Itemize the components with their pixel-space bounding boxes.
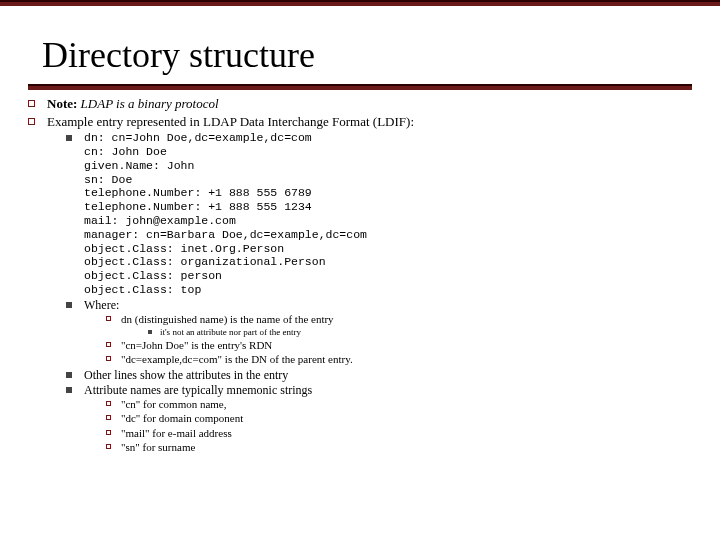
bullet-text: dn (distinguished name) is the name of t… [121,313,334,326]
bullet-where: Where: [66,298,692,312]
bullet-text: "mail" for e-mail address [121,427,232,440]
note-prefix: Note: [47,96,77,111]
open-square-bullet-icon [106,401,111,406]
bullet-text: Where: [84,298,119,312]
bullet-text: it's not an attribute nor part of the en… [160,327,301,338]
bullet-note: Note: LDAP is a binary protocol [28,96,692,112]
open-square-bullet-icon [106,444,111,449]
bullet-text: "dc" for domain component [121,412,243,425]
open-square-bullet-icon [106,342,111,347]
open-square-bullet-icon [106,356,111,361]
bullet-text: "dc=example,dc=com" is the DN of the par… [121,353,353,366]
bullet-text: Attribute names are typically mnemonic s… [84,383,312,397]
small-square-bullet-icon [66,135,72,141]
square-bullet-icon [28,100,35,107]
tiny-square-bullet-icon [148,330,152,334]
bullet-text: "sn" for surname [121,441,195,454]
ldif-code: dn: cn=John Doe,dc=example,dc=com cn: Jo… [84,131,367,297]
body-accent-bar [28,84,692,90]
bullet-dn-note: it's not an attribute nor part of the en… [148,327,692,338]
note-italic: LDAP is a binary protocol [81,96,219,111]
bullet-mnemonic: Attribute names are typically mnemonic s… [66,383,692,397]
bullet-sn: "sn" for surname [106,441,692,454]
code-block-row: dn: cn=John Doe,dc=example,dc=com cn: Jo… [66,131,692,297]
slide-body: Directory structure Note: LDAP is a bina… [0,6,720,469]
bullet-text: Other lines show the attributes in the e… [84,368,288,382]
small-square-bullet-icon [66,302,72,308]
bullet-parent-dn: "dc=example,dc=com" is the DN of the par… [106,353,692,366]
bullet-cn: "cn" for common name, [106,398,692,411]
bullet-text: Example entry represented in LDAP Data I… [47,114,414,130]
bullet-dc: "dc" for domain component [106,412,692,425]
slide-title: Directory structure [42,34,692,76]
small-square-bullet-icon [66,387,72,393]
content-area: Note: LDAP is a binary protocol Example … [28,96,692,454]
small-square-bullet-icon [66,372,72,378]
square-bullet-icon [28,118,35,125]
bullet-text: Note: LDAP is a binary protocol [47,96,219,112]
open-square-bullet-icon [106,430,111,435]
bullet-mail: "mail" for e-mail address [106,427,692,440]
bullet-text: "cn=John Doe" is the entry's RDN [121,339,272,352]
open-square-bullet-icon [106,316,111,321]
open-square-bullet-icon [106,415,111,420]
bullet-rdn: "cn=John Doe" is the entry's RDN [106,339,692,352]
bullet-other-lines: Other lines show the attributes in the e… [66,368,692,382]
bullet-dn: dn (distinguished name) is the name of t… [106,313,692,326]
bullet-text: "cn" for common name, [121,398,227,411]
bullet-example: Example entry represented in LDAP Data I… [28,114,692,130]
